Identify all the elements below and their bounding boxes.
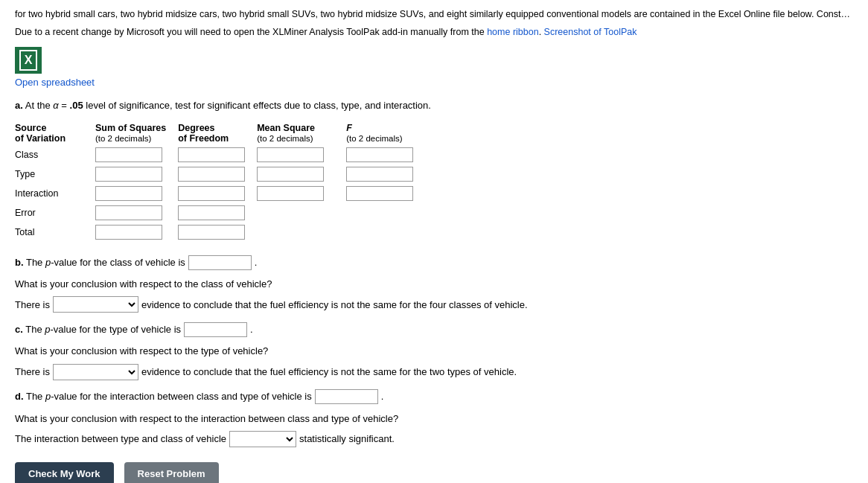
df-interaction-input[interactable] (178, 186, 245, 201)
question-a-section: a. At the α = .05 level of significance,… (15, 97, 853, 114)
df-error-cell (172, 203, 251, 223)
question-b-period: . (255, 254, 258, 271)
source-interaction: Interaction (15, 184, 89, 203)
f-total-cell (340, 223, 422, 242)
question-a-label: a. At the α = .05 level of significance,… (15, 100, 431, 111)
ss-error-cell (89, 203, 172, 223)
df-error-input[interactable] (178, 205, 245, 220)
reset-problem-button[interactable]: Reset Problem (124, 462, 219, 483)
table-row-class: Class (15, 145, 422, 164)
table-row-type: Type (15, 164, 422, 184)
top-description-text: for two hybrid small cars, two hybrid mi… (15, 7, 853, 22)
source-class: Class (15, 145, 89, 164)
pvalue-type-input[interactable] (184, 322, 247, 337)
source-error: Error (15, 203, 89, 223)
question-d-pvalue-row: d. The p-value for the interaction betwe… (15, 388, 853, 405)
ss-total-input[interactable] (95, 225, 162, 240)
df-interaction-cell (172, 184, 251, 203)
question-d-label: d. The p-value for the interaction betwe… (15, 388, 312, 405)
question-c-conclusion-row: There is sufficient insufficient evidenc… (15, 363, 853, 380)
source-type: Type (15, 164, 89, 184)
source-total: Total (15, 223, 89, 242)
question-b-conclusion-row: There is sufficient insufficient evidenc… (15, 296, 853, 313)
question-c-conclusion-label: What is your conclusion with respect to … (15, 342, 853, 359)
ss-type-cell (89, 164, 172, 184)
ss-interaction-cell (89, 184, 172, 203)
ms-error-cell (251, 203, 340, 223)
ms-total-cell (251, 223, 340, 242)
col-header-ss: Sum of Squares(to 2 decimals) (89, 121, 172, 145)
conclusion-class-dropdown[interactable]: sufficient insufficient (53, 296, 138, 313)
table-row-interaction: Interaction (15, 184, 422, 203)
question-c-pvalue-row: c. The p-value for the type of vehicle i… (15, 321, 853, 338)
f-interaction-input[interactable] (346, 186, 413, 201)
question-c-section: c. The p-value for the type of vehicle i… (15, 321, 853, 380)
ms-class-input[interactable] (257, 147, 324, 162)
table-row-total: Total (15, 223, 422, 242)
notice-text: Due to a recent change by Microsoft you … (15, 25, 853, 39)
f-type-input[interactable] (346, 167, 413, 182)
df-type-cell (172, 164, 251, 184)
question-c-label: c. The p-value for the type of vehicle i… (15, 321, 181, 338)
toolpak-link[interactable]: Screenshot of ToolPak (544, 27, 637, 37)
df-total-cell (172, 223, 251, 242)
pvalue-class-input[interactable] (188, 255, 252, 270)
f-type-cell (340, 164, 422, 184)
ms-interaction-cell (251, 184, 340, 203)
question-b-section: b. The p-value for the class of vehicle … (15, 254, 853, 313)
interaction-dropdown[interactable]: is is not (229, 431, 296, 447)
df-total-input[interactable] (178, 225, 245, 240)
question-d-conclusion-row: The interaction between type and class o… (15, 430, 853, 447)
pvalue-interaction-input[interactable] (315, 389, 378, 404)
col-header-ms: Mean Square(to 2 decimals) (251, 121, 340, 145)
col-header-f: F(to 2 decimals) (340, 121, 422, 145)
ss-class-cell (89, 145, 172, 164)
excel-icon: X (15, 47, 42, 74)
df-class-cell (172, 145, 251, 164)
col-header-source: Sourceof Variation (15, 121, 89, 145)
conclusion-type-dropdown[interactable]: sufficient insufficient (53, 364, 138, 380)
there-is-c: There is (15, 363, 50, 380)
interaction-prefix: The interaction between type and class o… (15, 430, 226, 447)
ms-type-input[interactable] (257, 167, 324, 182)
ms-class-cell (251, 145, 340, 164)
question-b-conclusion-label: What is your conclusion with respect to … (15, 275, 853, 292)
question-d-conclusion-label: What is your conclusion with respect to … (15, 410, 853, 427)
f-error-cell (340, 203, 422, 223)
open-spreadsheet-link[interactable]: Open spreadsheet (15, 77, 853, 88)
f-interaction-cell (340, 184, 422, 203)
there-is-b: There is (15, 296, 50, 313)
statistically-significant: statistically significant. (299, 430, 395, 447)
df-type-input[interactable] (178, 167, 245, 182)
ms-type-cell (251, 164, 340, 184)
ss-interaction-input[interactable] (95, 186, 162, 201)
ms-interaction-input[interactable] (257, 186, 324, 201)
button-area: Check My Work Reset Problem (15, 462, 853, 483)
question-c-period: . (250, 321, 253, 338)
question-d-period: . (381, 388, 384, 405)
ss-class-input[interactable] (95, 147, 162, 162)
ss-type-input[interactable] (95, 167, 162, 182)
conclusion-b-rest: evidence to conclude that the fuel effic… (141, 296, 528, 313)
question-d-section: d. The p-value for the interaction betwe… (15, 388, 853, 447)
table-row-error: Error (15, 203, 422, 223)
f-class-cell (340, 145, 422, 164)
question-b-label: b. The p-value for the class of vehicle … (15, 254, 185, 271)
excel-icon-letter: X (19, 50, 37, 71)
col-header-df: Degreesof Freedom (172, 121, 251, 145)
ss-total-cell (89, 223, 172, 242)
anova-table: Sourceof Variation Sum of Squares(to 2 d… (15, 121, 422, 242)
check-my-work-button[interactable]: Check My Work (15, 462, 114, 483)
f-class-input[interactable] (346, 147, 413, 162)
conclusion-c-rest: evidence to conclude that the fuel effic… (141, 363, 517, 380)
df-class-input[interactable] (178, 147, 245, 162)
question-b-pvalue-row: b. The p-value for the class of vehicle … (15, 254, 853, 271)
ss-error-input[interactable] (95, 205, 162, 220)
